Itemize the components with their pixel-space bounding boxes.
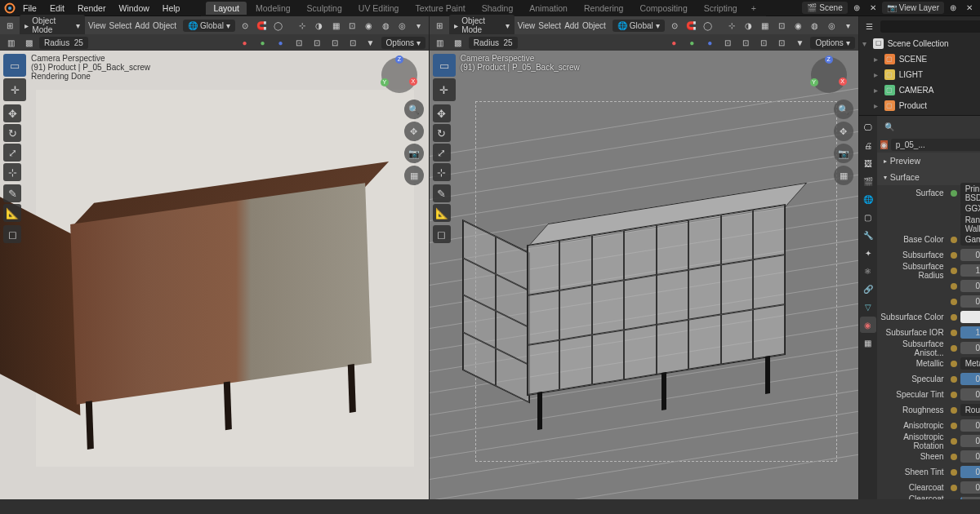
viewport-canvas-wireframe[interactable]: ▭ ✛ ✥ ↻ ⤢ ⊹ ✎ 📐 ◻ Camera Perspective [430,51,858,499]
workspace-tab-shading[interactable]: Shading [474,2,521,15]
tool-scale[interactable]: ⤢ [3,144,21,162]
menu-view[interactable]: View [518,21,536,30]
workspace-tab-compositing[interactable]: Compositing [632,2,694,15]
mode-selector[interactable]: ▸Object Mode▾ [20,15,85,36]
menu-view[interactable]: View [88,21,106,30]
number-field[interactable]: 0.000 [960,249,980,261]
menu-window[interactable]: Window [112,3,155,13]
shading-render-icon[interactable]: ◎ [825,18,838,33]
shading-wire-icon[interactable]: ⊡ [345,18,359,33]
nav-persp-icon[interactable]: ▦ [404,166,424,185]
xray-icon[interactable]: ▦ [329,18,342,33]
xray-icon[interactable]: ▦ [759,18,772,33]
pivot-icon[interactable]: ⊙ [668,18,681,33]
tool-select-box[interactable]: ▭ [3,54,26,77]
shading-matprev-icon[interactable]: ◍ [808,18,822,33]
menu-file[interactable]: File [16,3,43,13]
radius-field[interactable]: Radius 25 [469,37,518,49]
shading-wire-icon[interactable]: ⊡ [775,18,788,33]
tab-viewlayer[interactable]: 🖼 [860,155,876,171]
number-field[interactable]: 0.000 [960,419,980,432]
tool-measure[interactable]: 📐 [3,204,21,222]
overlay-toggle-icon[interactable]: ◑ [742,18,755,33]
opt-icon-3[interactable]: ⊡ [756,35,771,50]
options-button[interactable]: Options ▾ [810,37,854,49]
nav-gizmo[interactable]: XYZ [381,57,417,93]
number-field[interactable]: 0.000 [960,342,980,354]
outliner-item[interactable]: ▸▢SCENE👁📷 [859,51,980,67]
material-slot[interactable]: p_05_... [891,139,980,151]
menu-object[interactable]: Object [582,21,606,30]
opt-icon-4[interactable]: ⊡ [345,35,360,50]
shading-solid-icon[interactable]: ◉ [791,18,804,33]
outliner-item[interactable]: ▸▢CAMERA👁📷 [859,82,980,98]
tab-constraint[interactable]: 🔗 [860,281,876,297]
number-field[interactable]: 0.000 [960,481,980,494]
properties-body[interactable]: 🔍 ◉p_05_... ▸Preview ▾Surface SurfacePri… [877,116,980,499]
axis-y-icon[interactable]: ● [684,35,699,50]
axis-z-icon[interactable]: ● [702,35,717,50]
number-field[interactable]: 0.200 [960,280,980,292]
menu-edit[interactable]: Edit [43,3,71,13]
tool-transform[interactable]: ⊹ [433,163,451,181]
viewport-canvas-rendered[interactable]: ▭ ✛ ✥ ↻ ⤢ ⊹ ✎ 📐 ◻ Camera Perspective [0,51,429,499]
shader-selector[interactable]: Principled BSDF [960,183,980,204]
scene-del-icon[interactable]: ✕ [866,1,880,16]
outliner-type-icon[interactable]: ☰ [862,19,877,33]
tool-addcube[interactable]: ◻ [433,225,451,243]
filter-icon[interactable]: ▼ [363,35,378,50]
viewlayer-del-icon[interactable]: ✕ [962,1,977,16]
menu-add[interactable]: Add [564,21,579,30]
nav-zoom-icon[interactable]: 🔍 [834,100,853,119]
nav-camera-icon[interactable]: 📷 [834,144,853,163]
axis-x-icon[interactable]: ● [238,35,252,50]
tab-world[interactable]: 🌐 [860,191,876,207]
shading-dropdown-icon[interactable]: ▾ [841,18,854,33]
number-field[interactable]: 0.500 [960,466,980,478]
shading-render-icon[interactable]: ◎ [395,18,408,33]
number-field[interactable]: 0.000 [960,435,980,447]
shading-solid-icon[interactable]: ◉ [363,18,376,33]
workspace-tab-rendering[interactable]: Rendering [577,2,630,15]
options-button[interactable]: Options ▾ [381,37,425,49]
tab-modifier[interactable]: 🔧 [860,227,876,243]
snap-icon[interactable]: 🧲 [255,18,268,33]
proportional-icon[interactable]: ◯ [701,18,714,33]
distribution-selector[interactable]: GGX▾ [960,202,980,215]
nav-camera-icon[interactable]: 📷 [404,144,424,163]
tool-rotate[interactable]: ↻ [3,124,21,142]
nav-persp-icon[interactable]: ▦ [834,166,853,185]
number-field[interactable]: 1.000 [960,264,980,277]
axis-x-icon[interactable]: ● [666,35,681,50]
linked-input[interactable]: Roughness [960,404,980,416]
tool-cursor[interactable]: ✛ [433,78,456,101]
number-field[interactable]: 0.000 [960,450,980,463]
overlay-toggle-icon[interactable]: ◑ [313,18,326,33]
menu-add[interactable]: Add [135,21,149,30]
nav-gizmo[interactable]: XYZ [811,57,847,93]
tool-select-box[interactable]: ▭ [433,54,456,77]
opt-icon-2[interactable]: ⊡ [310,35,324,50]
orientation-selector[interactable]: 🌐Global▾ [612,20,665,32]
tab-object[interactable]: ▢ [860,209,876,225]
menu-render[interactable]: Render [71,3,112,13]
shading-matprev-icon[interactable]: ◍ [379,18,392,33]
workspace-tab-sculpting[interactable]: Sculpting [300,2,350,15]
tool-scale[interactable]: ⤢ [433,144,451,162]
tab-scene[interactable]: 🎬 [860,173,876,189]
axis-y-icon[interactable]: ● [256,35,270,50]
tool-icon[interactable]: ▥ [433,35,448,50]
tab-texture[interactable]: ▦ [860,335,876,351]
filter-icon[interactable]: ▼ [792,35,807,50]
menu-select[interactable]: Select [109,21,132,30]
tool-move[interactable]: ✥ [433,104,451,122]
opt-icon-3[interactable]: ⊡ [327,35,342,50]
opt-icon-4[interactable]: ⊡ [774,35,789,50]
editor-type-icon[interactable]: ⊞ [433,18,446,33]
tool-icon[interactable]: ▥ [3,35,18,50]
orientation-selector[interactable]: 🌐Global▾ [183,20,235,32]
outliner-root[interactable]: ▾☐Scene Collection [859,36,980,51]
nav-zoom-icon[interactable]: 🔍 [404,100,424,119]
tool-rotate[interactable]: ↻ [433,124,451,142]
snap-icon[interactable]: 🧲 [684,18,697,33]
